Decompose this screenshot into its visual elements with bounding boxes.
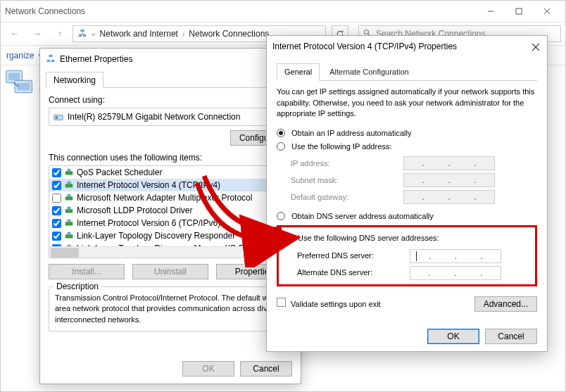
description-title: Description xyxy=(54,282,101,291)
dialog-tabs: General Alternate Configuration xyxy=(277,63,537,81)
label-dns-pref: Preferred DNS server: xyxy=(297,251,410,261)
description-group: Description Transmission Control Protoco… xyxy=(49,286,292,331)
dialog-title: Ethernet Properties xyxy=(60,54,132,64)
item-label: Microsoft Network Adapter Multiplexor Pr… xyxy=(77,193,252,203)
items-label: This connection uses the following items… xyxy=(49,153,292,163)
svg-rect-24 xyxy=(67,182,70,184)
list-item[interactable]: Microsoft LLDP Protocol Driver xyxy=(49,204,291,217)
list-item[interactable]: Internet Protocol Version 6 (TCP/IPv6) xyxy=(49,217,291,229)
alternate-dns-input[interactable]: ... xyxy=(410,266,501,280)
uninstall-button[interactable]: Uninstall xyxy=(132,264,208,279)
svg-rect-31 xyxy=(65,234,73,238)
component-icon xyxy=(64,193,74,203)
label-ip-auto: Obtain an IP address automatically xyxy=(291,129,411,137)
item-label: Internet Protocol Version 4 (TCP/IPv4) xyxy=(77,180,220,190)
explorer-titlebar: Network Connections xyxy=(1,1,565,22)
ethernet-connection-icon[interactable] xyxy=(5,67,34,96)
item-checkbox[interactable] xyxy=(52,194,61,203)
ok-button[interactable]: OK xyxy=(427,329,479,344)
component-icon xyxy=(64,218,74,228)
label-dns-manual: Use the following DNS server addresses: xyxy=(298,234,439,242)
radio-dns-auto[interactable] xyxy=(277,212,285,220)
cancel-button[interactable]: Cancel xyxy=(485,329,537,344)
label-gateway: Default gateway: xyxy=(291,192,403,203)
network-icon xyxy=(46,53,56,65)
preferred-dns-input[interactable]: ... xyxy=(410,249,501,263)
ip-address-input: ... xyxy=(403,156,495,170)
svg-rect-18 xyxy=(49,54,52,57)
svg-rect-28 xyxy=(67,207,70,210)
adapter-name: Intel(R) 82579LM Gigabit Network Connect… xyxy=(68,112,240,122)
svg-rect-6 xyxy=(80,29,84,32)
item-checkbox[interactable] xyxy=(52,232,61,241)
component-icon xyxy=(64,167,74,177)
install-button[interactable]: Install... xyxy=(49,264,125,279)
explorer-title: Network Connections xyxy=(5,6,85,16)
network-icon xyxy=(77,28,87,40)
maximize-button[interactable] xyxy=(505,3,533,20)
dialog-titlebar: Ethernet Properties xyxy=(40,49,301,70)
ethernet-properties-dialog: Ethernet Properties Networking Connect u… xyxy=(39,48,301,384)
tab-networking[interactable]: Networking xyxy=(46,72,103,88)
list-item[interactable]: Microsoft Network Adapter Multiplexor Pr… xyxy=(49,191,291,204)
chevron-right-icon: « xyxy=(92,30,96,38)
component-icon xyxy=(64,180,74,190)
advanced-button[interactable]: Advanced... xyxy=(474,296,537,312)
dialog-title: Internet Protocol Version 4 (TCP/IPv4) P… xyxy=(272,42,457,51)
chevron-right-icon: › xyxy=(182,30,184,38)
radio-ip-manual[interactable] xyxy=(277,142,285,151)
item-checkbox[interactable] xyxy=(52,181,61,190)
svg-rect-22 xyxy=(67,169,70,172)
forward-button[interactable]: → xyxy=(27,25,47,42)
connect-using-label: Connect using: xyxy=(49,95,292,105)
close-button[interactable] xyxy=(529,40,543,54)
svg-rect-5 xyxy=(83,34,86,37)
breadcrumb-2[interactable]: Network Connections xyxy=(189,29,269,39)
gateway-input: ... xyxy=(403,190,495,204)
breadcrumb-1[interactable]: Network and Internet xyxy=(100,29,178,39)
list-item[interactable]: Internet Protocol Version 4 (TCP/IPv4) xyxy=(49,179,291,191)
svg-rect-30 xyxy=(67,220,70,222)
item-checkbox[interactable] xyxy=(52,168,61,177)
dns-highlight-box: Use the following DNS server addresses: … xyxy=(277,225,537,286)
dialog-tabs: Networking xyxy=(46,71,295,88)
svg-rect-21 xyxy=(65,171,73,175)
up-button[interactable]: ↑ xyxy=(50,25,70,42)
horizontal-scrollbar[interactable] xyxy=(49,246,280,258)
nic-icon xyxy=(54,112,63,122)
list-item[interactable]: QoS Packet Scheduler xyxy=(49,166,291,179)
close-button[interactable] xyxy=(533,3,561,20)
dialog-titlebar: Internet Protocol Version 4 (TCP/IPv4) P… xyxy=(267,36,547,57)
tab-alternate[interactable]: Alternate Configuration xyxy=(322,63,417,81)
item-checkbox[interactable] xyxy=(52,206,61,215)
intro-text: You can get IP settings assigned automat… xyxy=(277,87,537,119)
adapter-box: Intel(R) 82579LM Gigabit Network Connect… xyxy=(49,108,292,126)
radio-dns-manual[interactable] xyxy=(283,234,291,242)
tab-general[interactable]: General xyxy=(277,63,320,81)
svg-rect-26 xyxy=(67,194,70,197)
svg-rect-1 xyxy=(516,8,522,14)
svg-rect-14 xyxy=(18,83,30,91)
item-checkbox[interactable] xyxy=(52,219,61,228)
label-dns-auto: Obtain DNS server address automatically xyxy=(291,212,434,220)
svg-rect-25 xyxy=(65,196,73,200)
components-list[interactable]: QoS Packet SchedulerInternet Protocol Ve… xyxy=(49,165,292,258)
subnet-input: ... xyxy=(403,173,495,187)
validate-checkbox[interactable] xyxy=(277,298,286,307)
cancel-button[interactable]: Cancel xyxy=(240,361,292,377)
svg-point-9 xyxy=(365,30,369,34)
label-ip-manual: Use the following IP address: xyxy=(291,142,391,151)
back-button[interactable]: ← xyxy=(5,25,25,42)
svg-rect-20 xyxy=(56,116,58,119)
list-item[interactable]: Link-Layer Topology Discovery Responder xyxy=(49,229,291,242)
radio-ip-auto[interactable] xyxy=(277,129,285,137)
label-subnet: Subnet mask: xyxy=(291,175,403,186)
label-dns-alt: Alternate DNS server: xyxy=(297,267,410,278)
svg-rect-4 xyxy=(79,34,82,37)
minimize-button[interactable] xyxy=(477,3,505,20)
organize-menu[interactable]: rganize xyxy=(6,51,34,61)
ok-button[interactable]: OK xyxy=(182,361,234,377)
svg-rect-16 xyxy=(47,59,50,62)
item-label: Internet Protocol Version 6 (TCP/IPv6) xyxy=(77,218,220,228)
ipv4-properties-dialog: Internet Protocol Version 4 (TCP/IPv4) P… xyxy=(266,35,548,352)
